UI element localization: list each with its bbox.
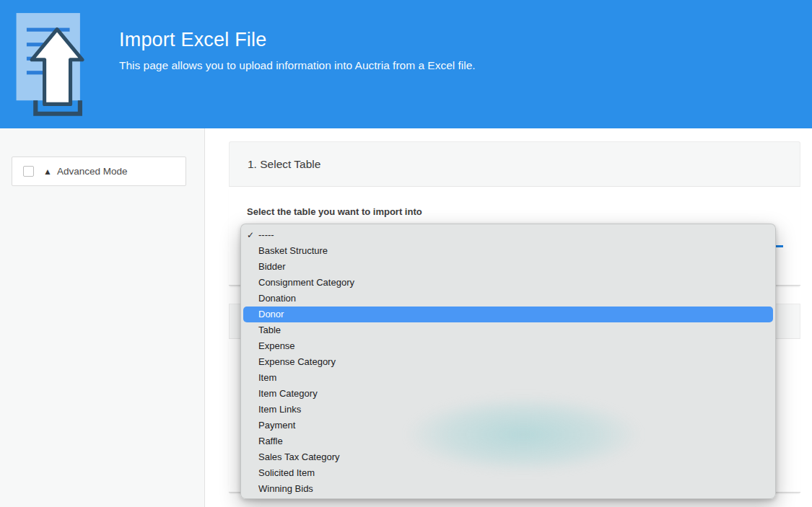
dropdown-option-label: Item Links (258, 404, 301, 415)
page-header: Import Excel File This page allows you t… (0, 0, 812, 128)
dropdown-option-label: Item (258, 372, 276, 383)
dropdown-option-label: Raffle (258, 436, 283, 446)
section-select-table-header: 1. Select Table (229, 141, 800, 187)
dropdown-option[interactable]: Item (241, 370, 775, 386)
dropdown-option-label: Sales Tax Category (258, 451, 340, 462)
dropdown-option-label: Basket Structure (258, 245, 328, 256)
dropdown-option-label: ----- (258, 229, 274, 240)
dropdown-option-label: Item Category (258, 388, 318, 399)
dropdown-option-label: Table (258, 325, 281, 335)
dropdown-option[interactable]: Bidder (241, 259, 775, 275)
document-upload-icon (14, 11, 97, 120)
warning-icon: ▲ (43, 167, 52, 176)
sidebar: ▲ Advanced Mode (0, 128, 205, 507)
dropdown-option[interactable]: Item Category (241, 386, 775, 402)
advanced-mode-label: Advanced Mode (57, 166, 128, 177)
page-subtitle: This page allows you to upload informati… (119, 59, 476, 72)
dropdown-option-label: Winning Bids (258, 483, 313, 494)
page-title: Import Excel File (119, 29, 266, 51)
dropdown-option[interactable]: Item Links (241, 402, 775, 418)
dropdown-option[interactable]: Consignment Category (241, 275, 775, 291)
advanced-mode-checkbox[interactable] (23, 166, 34, 177)
dropdown-option[interactable]: Table (241, 322, 775, 338)
dropdown-option[interactable]: Expense Category (241, 354, 775, 370)
table-select-label: Select the table you want to import into (247, 206, 422, 217)
dropdown-option[interactable]: Solicited Item (241, 465, 775, 481)
section-title: 1. Select Table (248, 158, 320, 171)
table-select-dropdown[interactable]: ✓-----Basket StructureBidderConsignment … (240, 224, 776, 499)
dropdown-option[interactable]: Expense (241, 338, 775, 354)
dropdown-option-label: Expense Category (258, 356, 336, 367)
dropdown-option[interactable]: Sales Tax Category (241, 449, 775, 465)
dropdown-option-label: Bidder (258, 261, 286, 272)
dropdown-option-label: Donation (258, 293, 296, 304)
dropdown-option-label: Payment (258, 420, 295, 431)
dropdown-option-label: Solicited Item (258, 467, 315, 478)
advanced-mode-toggle[interactable]: ▲ Advanced Mode (12, 156, 186, 186)
dropdown-option[interactable]: Raffle (241, 433, 775, 449)
dropdown-option[interactable]: Winning Bids (241, 481, 775, 497)
dropdown-option[interactable]: ✓----- (241, 227, 775, 243)
dropdown-option-label: Consignment Category (258, 277, 354, 288)
dropdown-option-label: Donor (258, 309, 284, 319)
checkmark-icon: ✓ (247, 227, 258, 243)
dropdown-option-label: Expense (258, 340, 295, 351)
dropdown-option[interactable]: Basket Structure (241, 243, 775, 259)
dropdown-option[interactable]: Donation (241, 291, 775, 307)
dropdown-option[interactable]: Payment (241, 418, 775, 433)
dropdown-option[interactable]: Donor (243, 307, 773, 322)
